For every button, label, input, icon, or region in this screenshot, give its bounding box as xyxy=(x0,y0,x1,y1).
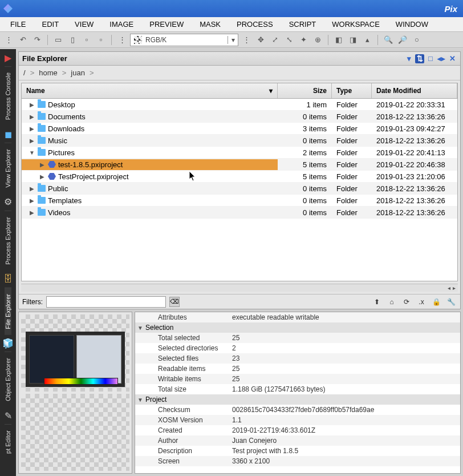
table-row[interactable]: ▶TestProject.pxiproject5 itemsFolder2019… xyxy=(22,171,457,183)
rail-tab-view-explorer[interactable]: View Explorer xyxy=(5,143,11,193)
menu-workspace[interactable]: WORKSPACE xyxy=(324,18,388,31)
prop-label: Total size xyxy=(135,385,232,393)
table-row[interactable]: ▶Downloads3 itemsFolder2019-01-23 09:42:… xyxy=(22,123,457,135)
filters-input[interactable] xyxy=(46,296,166,308)
menu-image[interactable]: IMAGE xyxy=(101,18,141,31)
rail-tab-pt-editor[interactable]: pt Editor xyxy=(5,424,11,459)
tool-button[interactable]: ○ xyxy=(411,34,423,46)
cell-date: 2018-12-22 13:36:26 xyxy=(372,111,457,122)
folder-icon xyxy=(38,209,46,216)
prop-value: 25 xyxy=(232,375,460,383)
horizontal-scrollbar[interactable]: ◂▸ xyxy=(21,284,458,292)
file-name: Videos xyxy=(48,208,71,217)
panel-right-button[interactable]: ◨ xyxy=(347,34,359,46)
breadcrumb-segment[interactable]: juan xyxy=(71,68,85,77)
undo-button[interactable]: ↶ xyxy=(17,34,29,46)
menu-process[interactable]: PROCESS xyxy=(229,18,281,31)
redo-button[interactable]: ↷ xyxy=(31,34,43,46)
tree-arrow-icon[interactable]: ▶ xyxy=(29,138,35,144)
zoom-in-button[interactable]: 🔍 xyxy=(382,34,395,46)
tool-button[interactable]: ▭ xyxy=(52,34,64,46)
rail-tab-object-explorer[interactable]: Object Explorer xyxy=(5,352,11,407)
column-header-name[interactable]: Name▾ xyxy=(22,83,278,98)
file-name: Templates xyxy=(48,196,82,205)
close-icon[interactable]: ✕ xyxy=(448,54,457,63)
fit-tool-button[interactable]: ✦ xyxy=(297,34,310,46)
move-tool-button[interactable]: ✥ xyxy=(254,34,267,46)
tool-button[interactable]: ▫ xyxy=(95,34,107,46)
wrench-icon[interactable]: 🔧 xyxy=(445,296,457,308)
menu-preview[interactable]: PREVIEW xyxy=(141,18,192,31)
menu-window[interactable]: WINDOW xyxy=(388,18,436,31)
rail-tab-process-explorer[interactable]: Process Explorer xyxy=(5,211,11,271)
maximize-icon[interactable]: □ xyxy=(426,54,435,63)
column-header-date[interactable]: Date Modified xyxy=(372,83,457,98)
folder-icon xyxy=(38,197,46,204)
breadcrumb-segment[interactable]: / xyxy=(23,68,26,77)
table-row[interactable]: ▶Documents0 itemsFolder2018-12-22 13:36:… xyxy=(22,111,457,123)
target-tool-button[interactable]: ⊕ xyxy=(311,34,324,46)
tree-arrow-icon[interactable]: ▶ xyxy=(39,174,46,180)
clear-filter-button[interactable]: ⌫ xyxy=(169,297,180,307)
expand-icon[interactable]: ⇅ xyxy=(415,54,424,63)
folder-icon xyxy=(38,137,46,144)
cell-type: Folder xyxy=(332,135,372,146)
section-arrow-icon[interactable]: ▼ xyxy=(135,397,145,403)
collapse-tool-button[interactable]: ⤡ xyxy=(283,34,295,46)
color-mode-combo[interactable]: RGB/K ▾ xyxy=(130,34,238,46)
pointer-tool-button[interactable]: ▴ xyxy=(361,34,373,46)
zoom-out-button[interactable]: 🔎 xyxy=(396,34,409,46)
table-row[interactable]: ▼Pictures2 itemsFolder2019-01-22 20:41:1… xyxy=(22,147,457,159)
breadcrumb-segment[interactable]: home xyxy=(39,68,58,77)
refresh-button[interactable]: ⟳ xyxy=(401,296,412,308)
column-header-type[interactable]: Type xyxy=(332,83,372,98)
cell-date: 2019-01-22 20:33:31 xyxy=(372,99,457,110)
menu-mask[interactable]: MASK xyxy=(192,18,229,31)
prop-label: Readable items xyxy=(135,365,232,373)
rail-icon: ✎ xyxy=(2,409,14,422)
table-row[interactable]: ▶Videos0 itemsFolder2018-12-22 13:36:26 xyxy=(22,207,457,219)
left-rail: ▶Process Console◼View Explorer⚙Process E… xyxy=(0,49,16,476)
expand-tool-button[interactable]: ⤢ xyxy=(269,34,281,46)
tree-arrow-icon[interactable]: ▶ xyxy=(29,197,35,204)
home-button[interactable]: ⌂ xyxy=(386,296,397,308)
tree-arrow-icon[interactable]: ▶ xyxy=(29,209,35,216)
panel-left-button[interactable]: ◧ xyxy=(332,34,345,46)
table-row[interactable]: ▶test-1.8.5.pxiproject5 itemsFolder2019-… xyxy=(22,159,457,171)
menu-edit[interactable]: EDIT xyxy=(34,18,67,31)
up-button[interactable]: ⬆ xyxy=(371,296,383,308)
menu-view[interactable]: VIEW xyxy=(67,18,101,31)
rail-icon: ⚙ xyxy=(2,196,14,208)
dropdown-icon[interactable]: ▾ xyxy=(228,36,238,44)
collapse-icon[interactable]: ◂▸ xyxy=(437,54,446,63)
project-thumbnail[interactable] xyxy=(21,314,129,392)
table-row[interactable]: ▶Music0 itemsFolder2018-12-22 13:36:26 xyxy=(22,135,457,147)
tree-arrow-icon[interactable]: ▶ xyxy=(39,162,46,168)
menu-file[interactable]: FILE xyxy=(2,18,34,31)
rail-icon: ◼ xyxy=(2,128,14,140)
prop-label: Total selected xyxy=(135,334,232,342)
tool-button[interactable]: ▫ xyxy=(80,34,93,46)
menu-script[interactable]: SCRIPT xyxy=(281,18,324,31)
tree-arrow-icon[interactable]: ▶ xyxy=(29,114,35,120)
lock-icon[interactable]: 🔒 xyxy=(430,296,442,308)
cell-size: 2 items xyxy=(278,147,332,158)
rail-tab-process-console[interactable]: Process Console xyxy=(5,66,11,126)
ext-button[interactable]: .x xyxy=(416,296,427,308)
tool-button[interactable]: ▯ xyxy=(66,34,79,46)
column-header-size[interactable]: Size xyxy=(278,83,332,98)
tree-arrow-icon[interactable]: ▶ xyxy=(29,102,35,108)
table-row[interactable]: ▶Desktop1 itemFolder2019-01-22 20:33:31 xyxy=(22,99,457,111)
section-arrow-icon[interactable]: ▼ xyxy=(135,325,145,331)
tree-arrow-icon[interactable]: ▼ xyxy=(29,150,35,156)
table-row[interactable]: ▶Public0 itemsFolder2018-12-22 13:36:26 xyxy=(22,183,457,195)
tree-arrow-icon[interactable]: ▶ xyxy=(29,185,35,192)
rail-tab-file-explorer[interactable]: File Explorer xyxy=(5,288,11,335)
prop-value: 2 xyxy=(232,344,460,352)
dropdown-icon[interactable]: ▾ xyxy=(404,54,413,63)
cell-size: 0 items xyxy=(278,183,332,194)
table-row[interactable]: ▶Templates0 itemsFolder2018-12-22 13:36:… xyxy=(22,195,457,207)
tree-arrow-icon[interactable]: ▶ xyxy=(29,126,35,132)
chevron-right-icon: > xyxy=(90,68,94,77)
project-thumbnail[interactable] xyxy=(21,394,129,471)
